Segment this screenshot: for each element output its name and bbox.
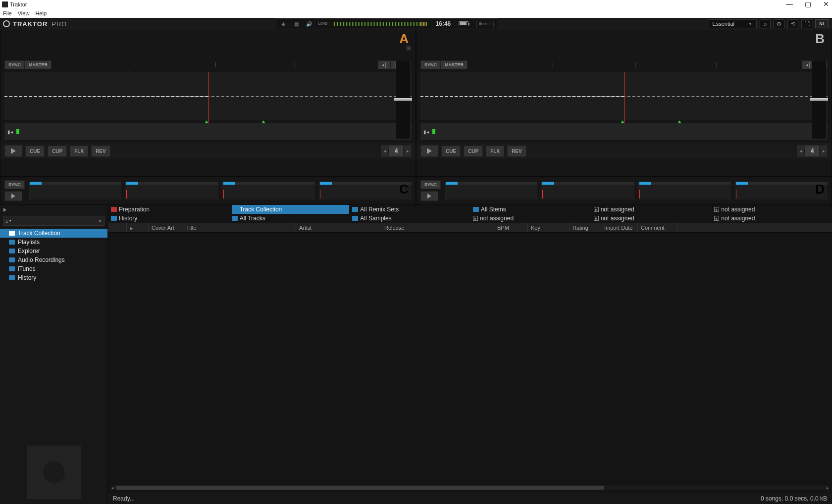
deck-d-play-button[interactable] — [420, 191, 438, 201]
deck-d-slot-1[interactable] — [445, 182, 537, 200]
deck-d-slot-2[interactable] — [541, 182, 634, 200]
deck-d-slot-4[interactable] — [735, 182, 828, 200]
horizontal-scrollbar[interactable]: ◂ ▸ — [111, 485, 829, 490]
tracklist[interactable]: ◂ ▸ — [108, 233, 832, 493]
deck-b-play-button[interactable] — [420, 145, 438, 157]
deck-b-cue-button[interactable]: CUE — [441, 146, 461, 157]
deck-b-loop-dec-button[interactable]: ◂ — [797, 145, 805, 157]
window-minimize-button[interactable]: — — [786, 0, 793, 8]
scroll-right-icon[interactable]: ▸ — [825, 485, 830, 490]
menu-view[interactable]: View — [18, 10, 30, 16]
deck-a-rev-button[interactable]: REV — [91, 146, 110, 157]
fullscreen-icon[interactable]: ⛶ — [801, 19, 812, 28]
deck-b-sync-button[interactable]: SYNC — [420, 60, 441, 69]
deck-d-slot-3[interactable] — [638, 182, 731, 200]
tree-item-history[interactable]: History — [0, 273, 107, 282]
deck-b-cup-button[interactable]: CUP — [464, 146, 483, 157]
menu-file[interactable]: File — [3, 10, 12, 16]
favorite-not-assigned[interactable]: not assigned — [594, 214, 712, 223]
search-icon[interactable]: ⌕ — [760, 19, 771, 28]
deck-b-waveform[interactable] — [420, 72, 828, 120]
window-maximize-button[interactable]: ▢ — [805, 0, 811, 8]
favorite-all-stems[interactable]: All Stems — [473, 205, 591, 214]
scroll-left-icon[interactable]: ◂ — [110, 485, 115, 490]
tree-item-itunes[interactable]: iTunes — [0, 264, 107, 273]
favorite-label: History — [119, 215, 137, 222]
favorite-not-assigned[interactable]: not assigned — [714, 205, 832, 214]
column-header-key[interactable]: Key — [528, 223, 570, 232]
favorite-not-assigned[interactable]: not assigned — [594, 205, 712, 214]
deck-b-flx-button[interactable]: FLX — [486, 146, 504, 157]
favorite-history[interactable]: History — [111, 214, 229, 223]
deck-b-loop-inc-button[interactable]: ▸ — [820, 145, 828, 157]
favorite-all-tracks[interactable]: All Tracks — [232, 214, 350, 223]
deck-c-letter: C — [399, 182, 409, 197]
deck-a-play-button[interactable] — [4, 145, 22, 157]
favorite-not-assigned[interactable]: not assigned — [714, 214, 832, 223]
favorite-all-remix-sets[interactable]: All Remix Sets — [352, 205, 470, 214]
search-input[interactable]: ⌕ ▾ ✕ — [3, 216, 104, 226]
deck-c-play-button[interactable] — [4, 191, 22, 201]
column-header-rating[interactable]: Rating — [570, 223, 601, 232]
deck-a-tempo-fader[interactable] — [396, 60, 411, 139]
deck-c-slot-4[interactable] — [319, 182, 412, 200]
favorite-all-samples[interactable]: All Samples — [352, 214, 470, 223]
deck-c-sync-button[interactable]: SYNC — [4, 180, 25, 189]
layout-dropdown[interactable]: Essential▾ — [709, 19, 757, 28]
tree-item-audio-recordings[interactable]: Audio Recordings — [0, 255, 107, 264]
deck-a-waveform[interactable] — [4, 72, 412, 120]
favorite-track-collection[interactable]: Track Collection — [232, 205, 350, 214]
column-header-comment[interactable]: Comment — [638, 223, 677, 232]
quantize-icon[interactable]: ▦ — [292, 20, 300, 27]
clear-search-icon[interactable]: ✕ — [98, 218, 102, 224]
scrollbar-thumb[interactable] — [116, 486, 604, 490]
deck-a-loop-inc-button[interactable]: ▸ — [404, 145, 412, 157]
deck-a-loop-size[interactable]: 4 — [389, 145, 404, 157]
deck-c-slot-2[interactable] — [125, 182, 218, 200]
column-header-artist[interactable]: Artist — [296, 223, 381, 232]
deck-a-cup-button[interactable]: CUP — [48, 146, 67, 157]
deck-b-loop-size[interactable]: 4 — [805, 145, 820, 157]
preview-play-button[interactable] — [0, 205, 107, 215]
deck-c-slot-1[interactable] — [29, 182, 121, 200]
deck-b-tempo-fader[interactable] — [812, 60, 827, 139]
window-close-button[interactable]: ✕ — [823, 0, 829, 8]
os-menubar: File View Help — [0, 9, 832, 18]
tree-item-track-collection[interactable]: Track Collection — [0, 229, 107, 238]
column-header-number[interactable]: # — [127, 223, 149, 232]
favorite-not-assigned[interactable]: not assigned — [473, 214, 591, 223]
skip-start-icon[interactable]: ▮◂ — [422, 128, 429, 135]
favorite-label: Preparation — [119, 206, 150, 213]
speaker-icon[interactable]: 🔊 — [305, 20, 313, 27]
deck-a-master-button[interactable]: MASTER — [25, 60, 52, 69]
column-header-cover-art[interactable]: Cover Art — [149, 223, 183, 232]
ni-logo-icon[interactable]: NI — [815, 19, 829, 28]
deck-c-slot-3[interactable] — [222, 182, 315, 200]
deck-a-overview[interactable]: ▮◂ ♩ — [4, 123, 412, 140]
column-header-release[interactable]: Release — [381, 223, 494, 232]
deck-a-sync-button[interactable]: SYNC — [4, 60, 25, 69]
app-edition: PRO — [52, 20, 67, 28]
deck-a-cue-button[interactable]: CUE — [25, 146, 45, 157]
tree-item-explorer[interactable]: Explorer — [0, 247, 107, 255]
skip-start-icon[interactable]: ▮◂ — [6, 128, 13, 135]
cruise-icon[interactable]: ⟲ — [787, 19, 798, 28]
deck-a-prev-button[interactable]: ◂│ — [378, 60, 391, 69]
deck-a: A SYNC MASTER ◂│ │▸ + = − — [0, 30, 416, 176]
column-header-bpm[interactable]: BPM — [494, 223, 528, 232]
metronome-icon[interactable]: ◉ — [279, 20, 287, 27]
column-header-import-date[interactable]: Import Date — [601, 223, 638, 232]
tree-item-playlists[interactable]: Playlists — [0, 238, 107, 247]
record-button[interactable]: REC — [476, 21, 494, 27]
favorite-label: All Samples — [360, 215, 391, 222]
column-header-title[interactable]: Title — [183, 223, 296, 232]
deck-b-master-button[interactable]: MASTER — [441, 60, 468, 69]
favorite-preparation[interactable]: Preparation — [111, 205, 229, 214]
settings-gear-icon[interactable]: ⚙ — [774, 19, 784, 28]
deck-d-sync-button[interactable]: SYNC — [420, 180, 441, 189]
deck-b-overview[interactable]: ▮◂ ♩ — [420, 123, 828, 140]
deck-b-rev-button[interactable]: REV — [507, 146, 526, 157]
deck-a-flx-button[interactable]: FLX — [70, 146, 88, 157]
deck-a-loop-dec-button[interactable]: ◂ — [381, 145, 389, 157]
menu-help[interactable]: Help — [35, 10, 47, 16]
